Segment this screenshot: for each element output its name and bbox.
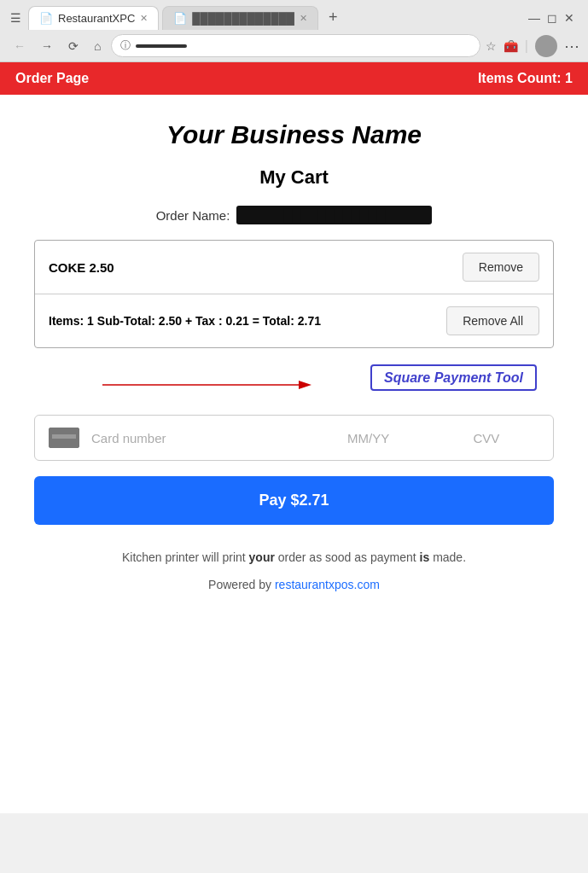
close-button[interactable]: ✕ xyxy=(564,11,574,25)
card-svg xyxy=(49,428,79,448)
business-name: Your Business Name xyxy=(34,120,554,149)
tab-bar: ☰ 📄 RestaurantXPC ✕ 📄 █████████████ ✕ + … xyxy=(0,0,588,30)
tab2-label: █████████████ xyxy=(192,12,294,25)
svg-marker-1 xyxy=(299,381,311,389)
window-controls: — ◻ ✕ xyxy=(528,11,581,25)
restore-button[interactable]: ◻ xyxy=(547,11,557,25)
card-number-placeholder[interactable]: Card number xyxy=(91,431,304,445)
remove-all-button[interactable]: Remove All xyxy=(446,306,539,335)
svg-rect-3 xyxy=(52,434,76,439)
browser-chrome: ☰ 📄 RestaurantXPC ✕ 📄 █████████████ ✕ + … xyxy=(0,0,588,62)
lock-icon: ⓘ xyxy=(120,38,131,53)
order-page-label: Order Page xyxy=(15,71,89,86)
tab1-close-icon[interactable]: ✕ xyxy=(140,13,148,24)
items-count-label: Items Count: 1 xyxy=(478,71,573,86)
tab1-label: RestaurantXPC xyxy=(58,12,135,25)
square-payment-label: Square Payment Tool xyxy=(370,364,537,391)
remove-item-button[interactable]: Remove xyxy=(463,253,539,282)
more-options-button[interactable]: ⋯ xyxy=(564,37,579,55)
cart-summary-text: Items: 1 Sub-Total: 2.50 + Tax : 0.21 = … xyxy=(49,314,436,328)
card-icon xyxy=(49,428,79,448)
cart-summary-row: Items: 1 Sub-Total: 2.50 + Tax : 0.21 = … xyxy=(35,294,553,347)
tab1-icon: 📄 xyxy=(39,12,53,25)
cart-table: COKE 2.50 Remove Items: 1 Sub-Total: 2.5… xyxy=(34,240,554,348)
profile-button[interactable] xyxy=(535,35,557,57)
order-name-value: ████████████ xyxy=(236,206,432,224)
powered-by: Powered by restaurantxpos.com xyxy=(34,578,554,591)
square-payment-label-box: Square Payment Tool xyxy=(370,370,537,386)
tab-2[interactable]: 📄 █████████████ ✕ xyxy=(162,6,318,30)
home-button[interactable]: ⌂ xyxy=(89,36,106,56)
payment-section: Square Payment Tool Card number MM/YY CV… xyxy=(34,364,554,461)
order-name-row: Order Name: ████████████ xyxy=(34,206,554,224)
tab2-close-icon[interactable]: ✕ xyxy=(300,13,307,24)
reload-button[interactable]: ⟳ xyxy=(63,36,84,56)
footer-info: Kitchen printer will print your order as… xyxy=(34,550,554,564)
address-icons: ☆ 🧰 | ⋯ xyxy=(486,35,579,57)
powered-by-link[interactable]: restaurantxpos.com xyxy=(275,578,380,591)
kitchen-message: Kitchen printer will print your order as… xyxy=(34,550,554,564)
top-bar: Order Page Items Count: 1 xyxy=(0,62,588,95)
pay-button[interactable]: Pay $2.71 xyxy=(34,476,554,525)
sidebar-toggle-button[interactable]: ☰ xyxy=(7,8,25,28)
new-tab-button[interactable]: + xyxy=(322,5,345,30)
bookmark-icon[interactable]: ☆ xyxy=(486,39,497,53)
cart-title: My Cart xyxy=(34,166,554,189)
square-label-area: Square Payment Tool xyxy=(34,364,554,406)
powered-by-text: Powered by xyxy=(208,578,271,591)
address-text xyxy=(136,44,187,48)
back-button[interactable]: ← xyxy=(9,36,31,56)
address-bar: ← → ⟳ ⌂ ⓘ ☆ 🧰 | ⋯ xyxy=(0,30,588,61)
extensions-icon[interactable]: 🧰 xyxy=(504,39,518,53)
tab2-icon: 📄 xyxy=(173,12,187,25)
forward-button[interactable]: → xyxy=(36,36,58,56)
cart-item-name: COKE 2.50 xyxy=(49,260,452,275)
minimize-button[interactable]: — xyxy=(528,11,540,25)
page-content: Order Page Items Count: 1 Your Business … xyxy=(0,62,588,813)
cart-item-row: COKE 2.50 Remove xyxy=(35,241,553,294)
cvv-placeholder[interactable]: CVV xyxy=(434,431,539,445)
expiry-placeholder[interactable]: MM/YY xyxy=(316,431,422,445)
card-input-row[interactable]: Card number MM/YY CVV xyxy=(34,415,554,461)
tab-1[interactable]: 📄 RestaurantXPC ✕ xyxy=(28,6,159,30)
address-input-container[interactable]: ⓘ xyxy=(111,34,480,57)
main-content: Your Business Name My Cart Order Name: █… xyxy=(0,95,588,617)
order-name-label: Order Name: xyxy=(156,208,230,223)
